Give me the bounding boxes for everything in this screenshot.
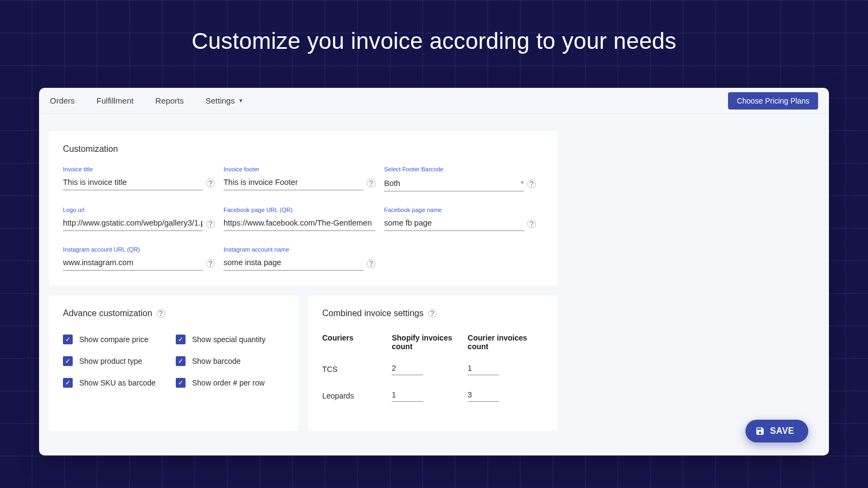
combined-title: Combined invoice settings ? xyxy=(322,309,544,318)
check-order-per-row[interactable]: ✓ Show order # per row xyxy=(176,378,284,388)
page-headline: Customize you invoice according to your … xyxy=(0,0,868,54)
help-icon[interactable]: ? xyxy=(157,309,165,318)
checkbox-checked-icon: ✓ xyxy=(63,356,73,366)
help-icon[interactable]: ? xyxy=(206,259,215,268)
check-product-type[interactable]: ✓ Show product type xyxy=(63,356,171,366)
col-courier: Courier invoices count xyxy=(468,333,544,351)
topbar: Orders Fulfillment Reports Settings ▼ Ch… xyxy=(39,88,829,114)
check-compare-price[interactable]: ✓ Show compare price xyxy=(63,335,171,344)
checkbox-checked-icon: ✓ xyxy=(63,378,73,388)
nav-reports[interactable]: Reports xyxy=(155,96,184,105)
nav-settings[interactable]: Settings ▼ xyxy=(206,96,244,105)
check-label: Show compare price xyxy=(79,335,149,344)
help-icon[interactable]: ? xyxy=(206,220,215,228)
shopify-count-input[interactable] xyxy=(392,389,423,402)
fb-page-url-input[interactable] xyxy=(224,216,375,231)
logo-url-label: Logo url xyxy=(63,207,215,213)
ig-name-label: Instagram account name xyxy=(224,246,375,253)
invoice-title-field: Invoice title ? xyxy=(63,166,215,191)
nav-fulfillment[interactable]: Fulfillment xyxy=(97,96,133,105)
courier-count-input[interactable] xyxy=(468,363,499,375)
advance-title: Advance customization ? xyxy=(63,309,284,318)
invoice-footer-field: Invoice footer ? xyxy=(224,166,375,191)
invoice-footer-label: Invoice footer xyxy=(224,166,375,172)
save-button-label: SAVE xyxy=(770,426,794,436)
col-couriers: Couriers xyxy=(322,333,392,351)
help-icon[interactable]: ? xyxy=(206,179,215,188)
ig-name-field: Instagram account name ? xyxy=(224,246,375,271)
fb-page-name-label: Facebook page name xyxy=(384,207,536,213)
shopify-count-input[interactable] xyxy=(392,363,423,375)
table-row: Leopards xyxy=(322,389,544,402)
check-special-quantity[interactable]: ✓ Show special quantity xyxy=(176,335,284,344)
table-row: TCS xyxy=(322,363,544,375)
app-window: Orders Fulfillment Reports Settings ▼ Ch… xyxy=(39,88,829,455)
checkbox-checked-icon: ✓ xyxy=(176,356,186,366)
help-icon[interactable]: ? xyxy=(367,259,375,268)
content-area: Customization Invoice title ? Invoice fo… xyxy=(39,114,829,455)
invoice-title-label: Invoice title xyxy=(63,166,215,172)
check-label: Show barcode xyxy=(192,357,241,365)
fb-page-url-field: Facebook page URL (QR) xyxy=(224,207,375,231)
invoice-footer-input[interactable] xyxy=(224,176,363,190)
help-icon[interactable]: ? xyxy=(527,220,536,228)
chevron-down-icon: ▼ xyxy=(238,98,244,104)
table-header: Couriers Shopify invoices count Courier … xyxy=(322,333,544,351)
courier-name: Leopards xyxy=(322,391,392,400)
nav-settings-label: Settings xyxy=(206,96,235,105)
check-label: Show product type xyxy=(79,357,142,365)
check-sku-barcode[interactable]: ✓ Show SKU as barcode xyxy=(63,378,171,388)
nav-orders[interactable]: Orders xyxy=(50,96,75,105)
fb-page-url-label: Facebook page URL (QR) xyxy=(224,207,375,213)
courier-count-input[interactable] xyxy=(468,389,499,402)
checkbox-checked-icon: ✓ xyxy=(63,335,73,344)
help-icon[interactable]: ? xyxy=(527,179,536,188)
footer-barcode-field: Select Footer Barcode Both ? xyxy=(384,166,536,191)
checkbox-checked-icon: ✓ xyxy=(176,378,186,388)
courier-name: TCS xyxy=(322,365,392,374)
ig-url-field: Instagram account URL (QR) ? xyxy=(63,246,215,271)
ig-url-input[interactable] xyxy=(63,256,203,271)
fb-page-name-field: Facebook page name ? xyxy=(384,207,536,231)
ig-name-input[interactable] xyxy=(224,256,363,271)
customization-card: Customization Invoice title ? Invoice fo… xyxy=(49,131,558,286)
logo-url-field: Logo url ? xyxy=(63,207,215,231)
footer-barcode-label: Select Footer Barcode xyxy=(384,166,536,172)
logo-url-input[interactable] xyxy=(63,216,203,231)
check-barcode[interactable]: ✓ Show barcode xyxy=(176,356,284,366)
save-icon xyxy=(755,426,765,436)
col-shopify: Shopify invoices count xyxy=(392,333,468,351)
advance-customization-card: Advance customization ? ✓ Show compare p… xyxy=(49,296,298,431)
choose-pricing-plans-button[interactable]: Choose Pricing Plans xyxy=(728,92,818,110)
invoice-title-input[interactable] xyxy=(63,176,203,190)
combined-invoice-card: Combined invoice settings ? Couriers Sho… xyxy=(308,296,558,431)
checkbox-checked-icon: ✓ xyxy=(176,335,186,344)
check-label: Show special quantity xyxy=(192,335,265,344)
footer-barcode-select[interactable]: Both xyxy=(384,176,524,191)
ig-url-label: Instagram account URL (QR) xyxy=(63,246,215,253)
customization-title: Customization xyxy=(63,144,544,154)
save-button[interactable]: SAVE xyxy=(745,420,808,442)
help-icon[interactable]: ? xyxy=(367,179,375,188)
check-label: Show order # per row xyxy=(192,378,265,387)
check-label: Show SKU as barcode xyxy=(79,378,156,387)
fb-page-name-input[interactable] xyxy=(384,216,524,231)
help-icon[interactable]: ? xyxy=(428,309,437,318)
